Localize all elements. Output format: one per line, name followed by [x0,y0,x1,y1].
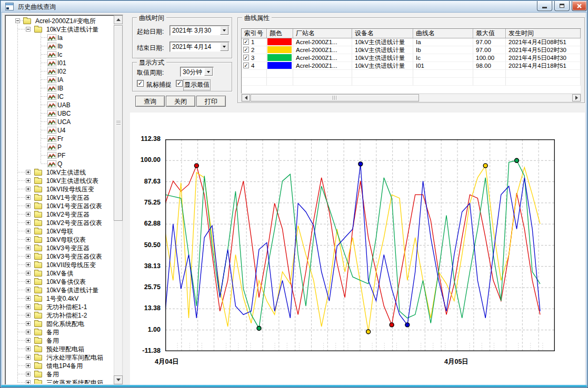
tree-expand-toggle[interactable] [15,18,20,23]
tree-expand-toggle[interactable] [26,237,31,242]
tree-scrollbar-thumb[interactable] [114,25,123,221]
mouse-capture-checkbox[interactable]: ✓ [137,80,144,87]
tree-expand-toggle[interactable] [26,195,31,200]
cell-time[interactable]: 2021年4月5日02时30 [506,46,581,54]
tree-item[interactable]: 10kV2号变压器 [6,210,113,219]
tree-expand-toggle[interactable] [26,279,31,284]
cell-device[interactable]: 10kV主供进线计量 [352,62,413,70]
tree-item[interactable]: 10kV主供进线仪表 [6,177,113,185]
tree-expand-toggle[interactable] [26,246,31,250]
tree-expand-toggle[interactable] [26,330,31,334]
tree-expand-toggle[interactable] [26,363,31,368]
tree-expand-toggle[interactable] [26,304,31,309]
end-date-select[interactable]: 2021年 4月14 [170,42,230,52]
close-action-button[interactable]: 关闭 [166,96,195,107]
tree-item[interactable]: 预处理配电箱 [6,345,113,353]
tree-item[interactable]: Fr [6,135,113,143]
tree-item[interactable]: UCA [6,118,113,126]
tree-scroll-down-button[interactable] [114,375,123,384]
cell-max[interactable]: 100.00 [473,54,506,62]
tree-expand-toggle[interactable] [26,170,31,175]
table-cell[interactable] [267,62,293,70]
show-extremes-checkbox[interactable]: ✓ [176,80,183,87]
cell-curve[interactable]: Ic [413,54,473,62]
tree-expand-toggle[interactable] [26,346,31,351]
table-header-3[interactable]: 设备名 [352,29,413,38]
tree-item[interactable]: IA [6,76,113,84]
tree-expand-toggle[interactable] [26,203,31,208]
period-select[interactable]: 30分钟 [180,67,214,77]
tree-item[interactable]: PF [6,151,113,160]
cell-time[interactable]: 2021年4月4日18时51 [506,62,581,70]
table-cell[interactable]: ✓3 [242,54,267,62]
tree-item[interactable]: 10kV1号变压器 [6,193,113,202]
tree-item[interactable]: Ia [6,34,113,42]
cell-time[interactable]: 2021年4月5日04时30 [506,54,581,62]
tree-item[interactable]: 10kVI段母线压变 [6,185,113,193]
tree-expand-toggle[interactable] [26,355,31,360]
tree-item[interactable]: I02 [6,67,113,76]
table-cell[interactable] [267,54,293,62]
table-header-6[interactable]: 发生时间 [506,29,581,38]
maximize-button[interactable] [554,1,570,11]
cell-device[interactable]: 10kV主供进线计量 [352,38,413,46]
cell-station[interactable]: Acrel-2000Z1... [293,38,352,46]
tree-item[interactable]: 10kV备供进线计量 [6,286,113,294]
table-header-1[interactable]: 颜色 [267,29,293,38]
tree-item[interactable]: I01 [6,59,113,67]
dropdown-button[interactable] [220,26,228,35]
row-checkbox[interactable]: ✓ [243,47,249,53]
tree-expand-toggle[interactable] [26,338,31,343]
tree-item[interactable]: Ic [6,50,113,59]
tree-item[interactable]: UAB [6,101,113,109]
table-cell[interactable]: ✓4 [242,62,267,70]
minimize-button[interactable] [537,1,552,11]
tree-item[interactable]: 10kV3号变压器 [6,244,113,252]
table-header-4[interactable]: 曲线名 [413,29,473,38]
query-button[interactable]: 查询 [135,96,165,107]
tree-item[interactable]: 馈电1P4备用 [6,362,113,370]
dropdown-button[interactable] [204,68,213,76]
tree-expand-toggle[interactable] [26,262,31,267]
tree-expand-toggle[interactable] [26,288,31,292]
tree-item[interactable]: 备用 [6,328,113,336]
tree-item[interactable]: 10kV母联 [6,227,113,236]
cell-max[interactable]: 97.00 [473,46,506,54]
tree-item[interactable]: 10kV主供进线计量 [6,25,113,34]
tree-item[interactable]: 10kVII段母线压变 [6,261,113,269]
tree-item[interactable]: 固化系统配电 [6,320,113,328]
table-cell[interactable]: ✓1 [242,38,267,46]
tree-item[interactable]: 10kV母联仪表 [6,236,113,244]
mouse-capture-label[interactable]: 鼠标捕捉 [146,80,172,89]
tree-expand-toggle[interactable] [26,212,31,217]
curve-properties-table[interactable]: 索引号颜色厂站名设备名曲线名最大值发生时间✓1Acrel-2000Z1...10… [241,28,581,94]
tree-item[interactable]: Acrel-2000Z1#变电所 [6,17,113,25]
table-cell[interactable] [267,46,293,54]
tree-expand-toggle[interactable] [26,380,31,384]
tree-expand-toggle[interactable] [26,271,31,275]
tree-item[interactable]: 10kV备供仪表 [6,278,113,286]
tree-item[interactable]: 污水处理车间配电箱 [6,353,113,362]
cell-station[interactable]: Acrel-2000Z1... [293,46,352,54]
tree-item[interactable]: IC [6,93,113,101]
tree-item[interactable]: 10kV3号变压器仪表 [6,252,113,261]
tree-item[interactable]: 10kV备供 [6,269,113,278]
tree-expand-toggle[interactable] [26,220,31,225]
title-bar[interactable]: 历史曲线查询 [1,1,587,13]
row-checkbox[interactable]: ✓ [243,55,249,60]
cell-time[interactable]: 2021年4月4日08时51 [506,38,581,46]
cell-curve[interactable]: Ib [413,46,473,54]
tree-item[interactable]: 1号变0.4kV [6,294,113,303]
tree-item[interactable]: P [6,143,113,151]
curve-chart[interactable] [165,139,555,351]
tree-item[interactable]: U4 [6,126,113,135]
tree-item[interactable]: 三效蒸发系统配电箱 [6,379,113,384]
table-header-5[interactable]: 最大值 [473,29,506,38]
table-header-2[interactable]: 厂站名 [293,29,352,38]
cell-curve[interactable]: I01 [413,62,473,70]
tree-item[interactable]: Q [6,160,113,168]
table-header-0[interactable]: 索引号 [242,29,267,38]
row-checkbox[interactable]: ✓ [243,39,249,45]
table-scroll-right-button[interactable] [572,94,581,101]
tree-expand-toggle[interactable] [26,27,31,32]
